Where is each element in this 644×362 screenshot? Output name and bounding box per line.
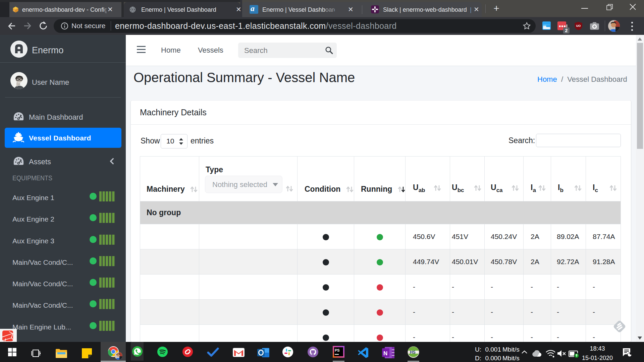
svg-text:HS: HS: [410, 350, 416, 355]
svg-text:UO: UO: [576, 24, 581, 27]
svg-text:N: N: [383, 350, 387, 357]
svg-text:PS: PS: [335, 348, 340, 352]
